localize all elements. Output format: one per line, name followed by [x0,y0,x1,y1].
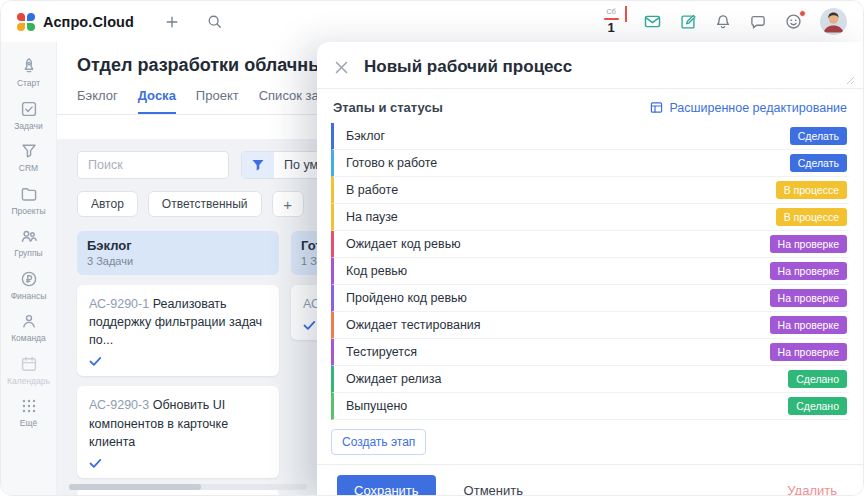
stage-row[interactable]: Тестируется На проверке [331,339,849,366]
sidebar-item-tasks[interactable]: Задачи [1,94,56,137]
groups-icon [19,226,39,246]
resize-handle-icon[interactable] [846,76,855,85]
stage-name: Ожидает релиза [346,372,442,386]
tab-board[interactable]: Доска [138,88,176,114]
column-count: 3 Задачи [87,255,269,267]
stage-badge[interactable]: Сделано [788,370,847,388]
stage-row[interactable]: Ожидает тестирования На проверке [331,312,849,339]
folder-icon [19,184,39,204]
sidebar-label: Проекты [11,207,45,216]
help-icon[interactable] [784,12,803,31]
rocket-icon [19,56,39,76]
sidebar-item-calendar[interactable]: Календарь [1,349,56,392]
sidebar-item-groups[interactable]: Группы [1,221,56,264]
column-backlog: Бэклог 3 Задачи АС-9290-1 Реализовать по… [77,231,279,495]
stage-name: Код ревью [346,264,407,278]
chat-icon[interactable] [749,13,767,31]
stage-row[interactable]: Ожидает код ревью На проверке [331,231,849,258]
edit-note-icon[interactable] [679,13,697,31]
tab-project[interactable]: Проект [196,88,239,114]
stage-row[interactable]: Выпущено Сделано [331,393,849,420]
advanced-editing-label: Расширенное редактирование [669,101,847,115]
scrollbar-thumb[interactable] [69,484,201,490]
check-icon [89,356,267,367]
stage-badge[interactable]: На проверке [770,316,847,334]
stage-badge[interactable]: На проверке [770,262,847,280]
chip-assignee[interactable]: Ответственный [148,191,262,217]
delete-button[interactable]: Удалить [781,482,843,496]
stage-list: Бэклог Сделать Готово к работе Сделать В… [317,123,863,420]
stage-row[interactable]: Пройдено код ревью На проверке [331,285,849,312]
column-title: Бэклог [87,238,269,253]
sidebar-item-start[interactable]: Старт [1,51,56,94]
global-search-icon[interactable] [206,13,223,30]
stage-badge[interactable]: В процессе [776,208,847,226]
sidebar-label: Задачи [14,122,43,131]
stage-badge[interactable]: Сделать [790,154,847,172]
horizontal-scrollbar[interactable] [69,484,307,490]
stage-badge[interactable]: Сделать [790,127,847,145]
calendar-icon [19,354,39,374]
sidebar-item-projects[interactable]: Проекты [1,179,56,222]
cancel-button[interactable]: Отменить [458,482,529,496]
stage-badge[interactable]: На проверке [770,343,847,361]
aspro-logo-icon [17,13,35,31]
stage-row[interactable]: На паузе В процессе [331,204,849,231]
user-avatar[interactable] [820,8,847,35]
stage-name: В работе [346,183,398,197]
mail-icon[interactable] [643,12,662,31]
modal-title: Новый рабочий процесс [364,57,572,77]
notification-dot [799,10,806,17]
close-icon[interactable] [335,61,348,74]
app-window: Аспро.Cloud Сб 1 [0,0,864,496]
column-header[interactable]: Бэклог 3 Задачи [77,231,279,275]
stage-row[interactable]: Бэклог Сделать [331,123,849,150]
create-plus-icon[interactable] [164,14,180,30]
save-button[interactable]: Сохранить [337,475,436,496]
stage-badge[interactable]: На проверке [770,235,847,253]
stage-badge[interactable]: Сделано [788,397,847,415]
stage-row[interactable]: Код ревью На проверке [331,258,849,285]
stage-name: Ожидает код ревью [346,237,461,251]
check-icon [89,458,267,469]
stage-name: Готово к работе [346,156,437,170]
sidebar-label: Команда [11,334,46,343]
tab-backlog[interactable]: Бэклог [77,88,118,114]
sidebar-label: Финансы [11,292,47,301]
calendar-date-widget[interactable]: Сб 1 [600,8,622,35]
sidebar-item-finance[interactable]: Финансы [1,264,56,307]
search-input[interactable] [77,151,229,179]
date-number: 1 [607,21,614,35]
chip-author[interactable]: Автор [77,191,138,217]
brand-name: Аспро.Cloud [43,14,134,30]
sidebar-label: Группы [14,249,42,258]
stage-badge[interactable]: В процессе [776,181,847,199]
stage-badge[interactable]: На проверке [770,289,847,307]
notifications-bell-icon[interactable] [714,13,732,31]
description-field[interactable] [317,88,863,89]
brand[interactable]: Аспро.Cloud [17,13,134,31]
sidebar-item-crm[interactable]: CRM [1,136,56,179]
sidebar: Старт Задачи CRM Проекты Группы Финансы … [1,42,57,495]
task-id: АС-9290-1 [89,297,149,311]
stage-row[interactable]: Ожидает релиза Сделано [331,366,849,393]
topbar: Аспро.Cloud Сб 1 [1,1,863,42]
workflow-modal: Новый рабочий процесс Этапы и статусы Ра… [317,42,863,495]
add-filter-chip-button[interactable]: + [272,191,304,217]
stage-row[interactable]: В работе В процессе [331,177,849,204]
stage-name: Выпущено [346,399,407,413]
sidebar-label: Ещё [20,419,37,428]
ruble-coin-icon [19,269,39,289]
sidebar-item-team[interactable]: Команда [1,306,56,349]
task-card[interactable]: АС-9290-3 Обновить UI компонентов в карт… [77,386,279,477]
stages-section-label: Этапы и статусы [333,100,443,115]
create-stage-button[interactable]: Создать этап [331,429,426,455]
stage-row[interactable]: Готово к работе Сделать [331,150,849,177]
sidebar-item-more[interactable]: Ещё [1,391,56,434]
filter-funnel-icon [242,152,274,178]
task-card[interactable]: АС-9290-1 Реализовать поддержку фильтрац… [77,285,279,376]
task-id: АС-9290-3 [89,398,149,412]
stage-name: Ожидает тестирования [346,318,481,332]
advanced-editing-link[interactable]: Расширенное редактирование [650,101,847,115]
tasks-check-icon [19,99,39,119]
